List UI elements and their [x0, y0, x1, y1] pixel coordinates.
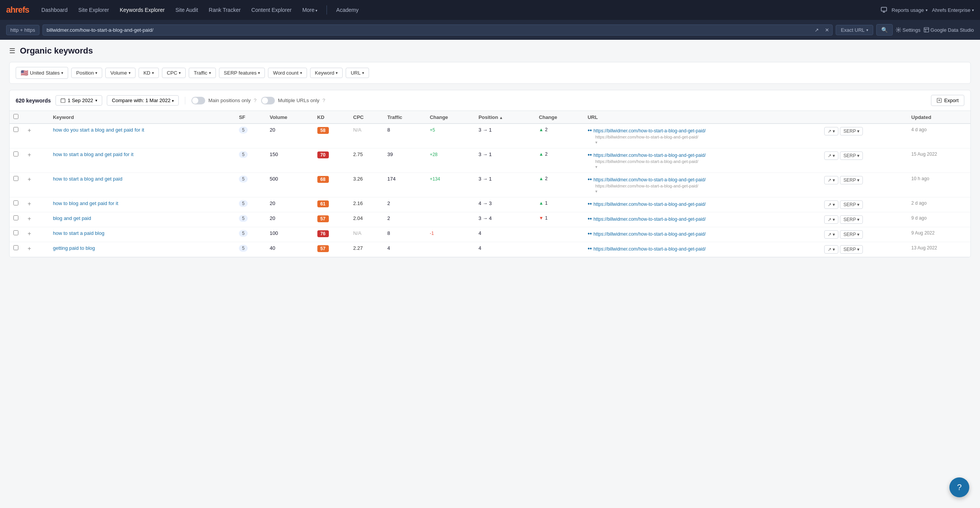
url-input[interactable]	[43, 25, 812, 35]
serp-button[interactable]: SERP ▾	[840, 200, 863, 209]
clear-icon[interactable]: ✕	[822, 27, 832, 33]
col-traffic-change[interactable]: Change	[426, 111, 475, 124]
url-link[interactable]: https://billwidmer.com/how-to-start-a-bl…	[593, 153, 706, 158]
row-checkbox-cell[interactable]	[10, 197, 22, 212]
row-checkbox[interactable]	[13, 127, 18, 132]
url-link[interactable]: https://billwidmer.com/how-to-start-a-bl…	[593, 202, 706, 207]
row-expand-cell[interactable]: +	[22, 197, 49, 212]
filter-serp-features[interactable]: SERP features ▾	[219, 68, 265, 78]
expand-button[interactable]: +	[26, 200, 33, 207]
export-button[interactable]: Export	[931, 95, 964, 106]
settings-button[interactable]: Settings	[896, 27, 921, 33]
col-url[interactable]: URL	[584, 111, 820, 124]
filter-traffic[interactable]: Traffic ▾	[189, 68, 216, 78]
url-mode-selector[interactable]: Exact URL ▾	[836, 25, 873, 35]
col-sf[interactable]: SF	[235, 111, 266, 124]
row-checkbox-cell[interactable]	[10, 212, 22, 227]
serp-button[interactable]: SERP ▾	[840, 151, 863, 160]
row-checkbox-cell[interactable]	[10, 124, 22, 148]
nav-site-audit[interactable]: Site Audit	[171, 5, 203, 15]
expand-button[interactable]: +	[26, 230, 33, 237]
keyword-link[interactable]: getting paid to blog	[53, 245, 95, 251]
nav-keywords-explorer[interactable]: Keywords Explorer	[115, 5, 170, 15]
expand-button[interactable]: +	[26, 176, 33, 183]
enterprise-btn[interactable]: Ahrefs Enterprise	[932, 7, 974, 13]
logo[interactable]: ahrefs	[6, 5, 29, 15]
serp-button[interactable]: SERP ▾	[840, 176, 863, 184]
keyword-link[interactable]: blog and get paid	[53, 215, 91, 221]
main-positions-help-icon[interactable]: ?	[254, 98, 256, 103]
row-checkbox[interactable]	[13, 151, 18, 156]
row-checkbox[interactable]	[13, 215, 18, 220]
row-checkbox[interactable]	[13, 245, 18, 250]
filter-kd[interactable]: KD ▾	[139, 68, 159, 78]
external-link-icon[interactable]: ↗	[812, 27, 822, 33]
keyword-link[interactable]: how to start a paid blog	[53, 230, 104, 236]
row-checkbox[interactable]	[13, 200, 18, 205]
row-checkbox-cell[interactable]	[10, 148, 22, 173]
filter-cpc[interactable]: CPC ▾	[162, 68, 186, 78]
keyword-link[interactable]: how to start a blog and get paid for it	[53, 151, 133, 157]
col-position-change[interactable]: Change	[535, 111, 584, 124]
keyword-link[interactable]: how do you start a blog and get paid for…	[53, 127, 144, 133]
chart-button[interactable]: ↗ ▾	[824, 245, 838, 254]
chart-button[interactable]: ↗ ▾	[824, 215, 838, 224]
sidebar-toggle[interactable]: ☰	[9, 47, 15, 55]
multiple-urls-help-icon[interactable]: ?	[322, 98, 325, 103]
filter-keyword[interactable]: Keyword ▾	[310, 68, 343, 78]
row-checkbox-cell[interactable]	[10, 227, 22, 242]
nav-academy[interactable]: Academy	[332, 5, 363, 15]
select-all-checkbox[interactable]	[13, 114, 18, 119]
row-expand-cell[interactable]: +	[22, 124, 49, 148]
row-expand-cell[interactable]: +	[22, 242, 49, 257]
serp-button[interactable]: SERP ▾	[840, 230, 863, 239]
nav-rank-tracker[interactable]: Rank Tracker	[204, 5, 245, 15]
expand-button[interactable]: +	[26, 245, 33, 252]
row-expand-cell[interactable]: +	[22, 173, 49, 197]
expand-button[interactable]: +	[26, 215, 33, 222]
url-link[interactable]: https://billwidmer.com/how-to-start-a-bl…	[593, 246, 706, 252]
reports-usage-btn[interactable]: Reports usage	[892, 7, 928, 13]
date-selector[interactable]: 1 Sep 2022 ▾	[56, 95, 103, 106]
filter-url[interactable]: URL ▾	[346, 68, 369, 78]
url-link[interactable]: https://billwidmer.com/how-to-start-a-bl…	[593, 217, 706, 222]
col-position[interactable]: Position	[475, 111, 535, 124]
row-expand-cell[interactable]: +	[22, 212, 49, 227]
search-button[interactable]: 🔍	[876, 24, 893, 36]
row-checkbox[interactable]	[13, 176, 18, 181]
gds-button[interactable]: Google Data Studio	[924, 27, 974, 33]
col-cpc[interactable]: CPC	[350, 111, 384, 124]
dropdown-chevron-icon[interactable]: ▾	[595, 164, 598, 169]
col-kd[interactable]: KD	[314, 111, 350, 124]
col-keyword[interactable]: Keyword	[49, 111, 235, 124]
dropdown-chevron-icon[interactable]: ▾	[595, 189, 598, 194]
chart-button[interactable]: ↗ ▾	[824, 200, 838, 209]
filter-volume[interactable]: Volume ▾	[105, 68, 135, 78]
monitor-icon[interactable]	[881, 7, 887, 13]
row-expand-cell[interactable]: +	[22, 148, 49, 173]
expand-button[interactable]: +	[26, 127, 33, 134]
select-all-header[interactable]	[10, 111, 22, 124]
row-expand-cell[interactable]: +	[22, 227, 49, 242]
nav-more[interactable]: More	[298, 5, 322, 15]
chart-button[interactable]: ↗ ▾	[824, 176, 838, 184]
nav-site-explorer[interactable]: Site Explorer	[74, 5, 114, 15]
row-checkbox[interactable]	[13, 230, 18, 235]
keyword-link[interactable]: how to blog and get paid for it	[53, 200, 118, 206]
expand-button[interactable]: +	[26, 151, 33, 158]
chart-button[interactable]: ↗ ▾	[824, 151, 838, 160]
serp-button[interactable]: SERP ▾	[840, 215, 863, 224]
serp-button[interactable]: SERP ▾	[840, 245, 863, 254]
url-link[interactable]: https://billwidmer.com/how-to-start-a-bl…	[593, 231, 706, 237]
chart-button[interactable]: ↗ ▾	[824, 127, 838, 135]
nav-dashboard[interactable]: Dashboard	[37, 5, 72, 15]
filter-position[interactable]: Position ▾	[71, 68, 102, 78]
url-link[interactable]: https://billwidmer.com/how-to-start-a-bl…	[593, 128, 706, 134]
col-updated[interactable]: Updated	[908, 111, 970, 124]
multiple-urls-toggle[interactable]	[261, 97, 275, 104]
row-checkbox-cell[interactable]	[10, 242, 22, 257]
main-positions-toggle[interactable]	[191, 97, 205, 104]
dropdown-chevron-icon[interactable]: ▾	[595, 140, 598, 145]
row-checkbox-cell[interactable]	[10, 173, 22, 197]
chart-button[interactable]: ↗ ▾	[824, 230, 838, 239]
